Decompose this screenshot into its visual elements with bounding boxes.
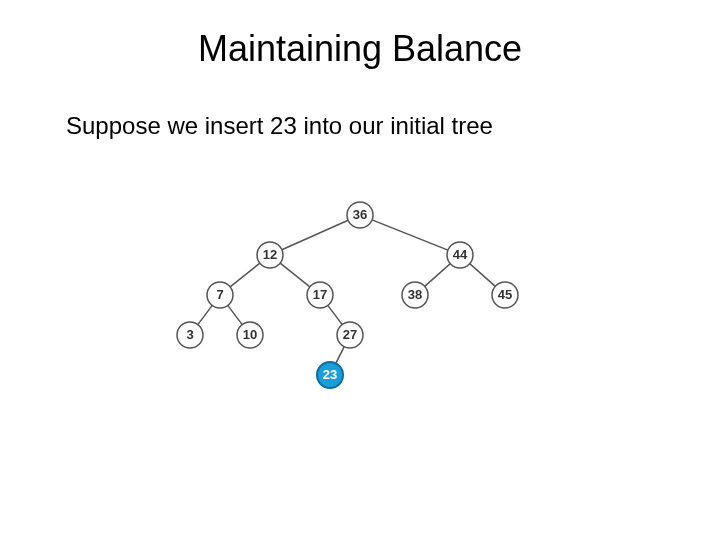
svg-text:45: 45 — [498, 287, 512, 302]
svg-text:23: 23 — [323, 367, 337, 382]
tree-node-38: 38 — [402, 282, 428, 308]
tree-node-17: 17 — [307, 282, 333, 308]
slide-subtitle: Suppose we insert 23 into our initial tr… — [66, 112, 493, 140]
tree-node-36: 36 — [347, 202, 373, 228]
svg-text:7: 7 — [216, 287, 223, 302]
svg-text:3: 3 — [186, 327, 193, 342]
tree-edge — [198, 305, 212, 324]
tree-edge — [336, 347, 344, 364]
tree-edge — [470, 264, 496, 287]
tree-node-12: 12 — [257, 242, 283, 268]
tree-edge — [230, 263, 260, 287]
tree-node-23: 23 — [317, 362, 343, 388]
svg-text:38: 38 — [408, 287, 422, 302]
slide-title: Maintaining Balance — [0, 28, 720, 70]
svg-text:12: 12 — [263, 247, 277, 262]
svg-text:10: 10 — [243, 327, 257, 342]
tree-edge — [282, 220, 348, 249]
tree-node-3: 3 — [177, 322, 203, 348]
slide: Maintaining Balance Suppose we insert 23… — [0, 0, 720, 540]
binary-tree-diagram: 36124471738453102723 — [160, 195, 560, 405]
tree-edge — [280, 263, 310, 287]
svg-text:27: 27 — [343, 327, 357, 342]
tree-node-27: 27 — [337, 322, 363, 348]
tree-node-10: 10 — [237, 322, 263, 348]
tree-edge — [228, 305, 242, 324]
svg-text:17: 17 — [313, 287, 327, 302]
tree-edge — [425, 264, 451, 287]
tree-edge — [328, 305, 342, 324]
tree-node-7: 7 — [207, 282, 233, 308]
svg-text:36: 36 — [353, 207, 367, 222]
tree-edge — [372, 220, 448, 250]
svg-text:44: 44 — [453, 247, 468, 262]
tree-node-44: 44 — [447, 242, 473, 268]
tree-node-45: 45 — [492, 282, 518, 308]
